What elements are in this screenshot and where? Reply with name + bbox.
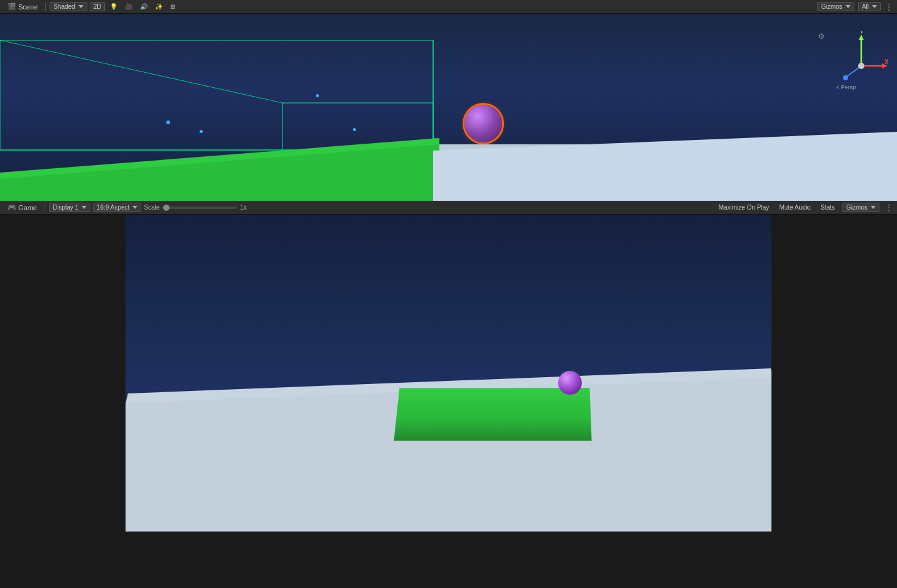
maximize-on-play-button[interactable]: Maximize On Play — [716, 203, 772, 211]
game-tab[interactable]: 🎮 Game — [4, 203, 41, 211]
svg-marker-24 — [859, 35, 864, 40]
white-floor-angled — [433, 132, 897, 201]
audio-toggle[interactable]: 🔊 — [137, 3, 150, 11]
camera-toggle[interactable]: 🎥 — [122, 3, 135, 11]
grid-toggle[interactable]: ⊞ — [168, 3, 178, 11]
separator2 — [45, 203, 45, 212]
scene-icon: 🎬 — [8, 3, 16, 11]
scene-toolbar: 🎬 Scene Shaded 2D 💡 🎥 🔊 ✨ ⊞ Gizmos All ⋮ — [0, 0, 897, 14]
game-gizmos-dropdown[interactable]: Gizmos — [842, 203, 879, 212]
settings-icon-btn[interactable]: ⚙ — [815, 31, 828, 41]
svg-marker-22 — [433, 132, 897, 201]
svg-point-30 — [843, 75, 848, 80]
game-panel: 🎮 Game Display 1 16:9 Aspect Scale 1x Ma… — [0, 201, 897, 588]
display-arrow-icon — [82, 206, 87, 209]
scale-container: Scale 1x — [144, 204, 247, 211]
scale-slider[interactable] — [162, 206, 237, 209]
game-bottom-strip — [0, 532, 897, 588]
mode-2d-button[interactable]: 2D — [90, 2, 105, 11]
gizmos-dropdown[interactable]: Gizmos — [817, 2, 854, 11]
scene-right-tools: ⚙ — [815, 31, 828, 41]
game-green-platform — [394, 388, 592, 441]
light-toggle[interactable]: 💡 — [107, 3, 120, 11]
display-dropdown[interactable]: Display 1 — [49, 203, 90, 212]
green-platform-scene — [0, 138, 439, 201]
svg-point-31 — [858, 63, 864, 69]
scale-thumb — [163, 205, 169, 211]
fx-toggle[interactable]: ✨ — [153, 3, 165, 11]
game-toolbar-right: Maximize On Play Mute Audio Stats Gizmos… — [716, 203, 893, 213]
mute-audio-button[interactable]: Mute Audio — [776, 203, 813, 211]
all-dropdown[interactable]: All — [858, 2, 881, 11]
aspect-arrow-icon — [132, 206, 137, 209]
game-toolbar: 🎮 Game Display 1 16:9 Aspect Scale 1x Ma… — [0, 201, 897, 215]
game-viewport — [0, 215, 897, 588]
scene-viewport: Y X < Persp ⚙ — [0, 14, 897, 201]
svg-text:X: X — [884, 58, 889, 65]
aspect-dropdown[interactable]: 16:9 Aspect — [93, 203, 141, 212]
gizmos-arrow-icon — [846, 5, 851, 8]
svg-text:Y: Y — [859, 31, 864, 35]
scene-ball[interactable] — [465, 105, 502, 142]
svg-text:< Persp: < Persp — [836, 84, 856, 90]
scene-panel: 🎬 Scene Shaded 2D 💡 🎥 🔊 ✨ ⊞ Gizmos All ⋮ — [0, 0, 897, 201]
object-dot-4 — [353, 128, 356, 131]
scale-value: 1x — [240, 204, 247, 211]
scene-tab[interactable]: 🎬 Scene — [4, 3, 41, 11]
svg-line-17 — [0, 40, 282, 103]
gizmo-widget[interactable]: Y X < Persp — [833, 31, 889, 94]
object-dot-2 — [200, 130, 203, 133]
object-dot-1 — [166, 120, 170, 124]
svg-rect-15 — [0, 40, 433, 150]
game-canvas — [126, 215, 771, 532]
all-arrow-icon — [872, 5, 877, 8]
scene-menu-icon[interactable]: ⋮ — [884, 2, 893, 12]
shading-arrow-icon — [78, 5, 83, 8]
game-icon: 🎮 — [8, 203, 16, 211]
stats-button[interactable]: Stats — [818, 203, 837, 211]
separator — [45, 3, 46, 11]
object-dot-3 — [316, 94, 319, 97]
game-gizmos-arrow-icon — [871, 206, 876, 209]
shading-dropdown[interactable]: Shaded — [50, 2, 87, 11]
game-menu-icon[interactable]: ⋮ — [884, 203, 893, 213]
game-floor-svg — [126, 356, 771, 532]
